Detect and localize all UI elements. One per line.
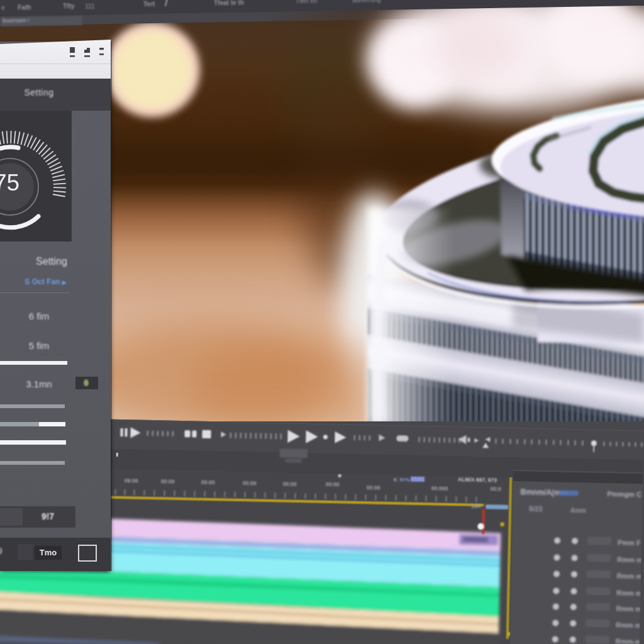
svg-text:E. 57%: E. 57% — [394, 477, 410, 483]
svg-text:ALM/A 697, 973: ALM/A 697, 973 — [458, 476, 497, 483]
svg-text:00:00: 00:00 — [201, 479, 215, 486]
svg-text:00:00: 00:00 — [367, 484, 380, 491]
svg-text:Rmm mm: Rmm mm — [616, 605, 643, 613]
svg-text:00:00: 00:00 — [326, 481, 340, 487]
svg-text:Rmm m: Rmm m — [617, 556, 643, 564]
svg-text:Rmm mm: Rmm mm — [616, 621, 643, 630]
svg-text:Rmm m: Rmm m — [617, 572, 643, 580]
svg-text:09:00: 09:00 — [125, 477, 138, 484]
svg-text:00:0: 00:0 — [491, 486, 501, 492]
svg-text:00:000: 00:000 — [431, 485, 448, 492]
svg-text:00:00: 00:00 — [243, 480, 257, 486]
svg-text:00:00: 00:00 — [161, 478, 175, 484]
svg-text:Pmm F: Pmm F — [618, 539, 641, 547]
svg-text:14A: 14A — [471, 503, 481, 509]
svg-text:Rmm-mm: Rmm-mm — [616, 638, 643, 644]
svg-text:75: 75 — [0, 170, 19, 196]
svg-text:00:00: 00:00 — [283, 480, 297, 487]
svg-text:Rmm mm: Rmm mm — [616, 589, 643, 597]
